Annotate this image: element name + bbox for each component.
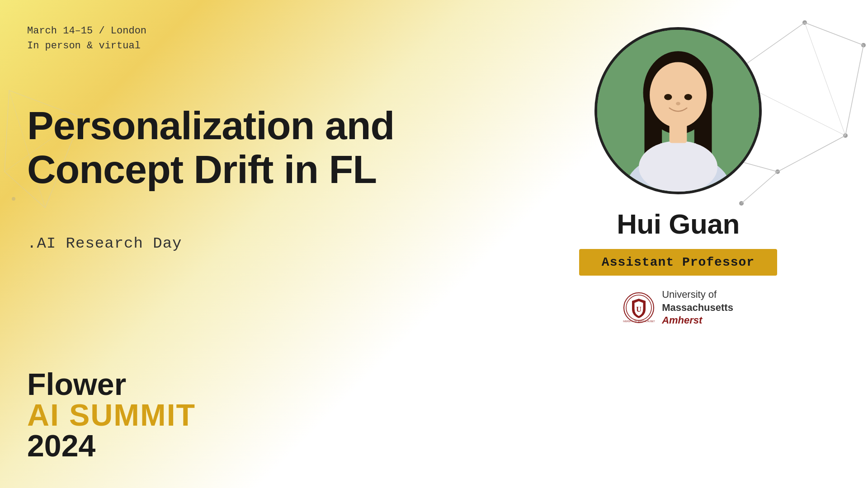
page-background: March 14–15 / London In person & virtual… [0, 0, 868, 488]
brand-name: Flower [27, 369, 196, 399]
university-name-line1: University of Massachusetts Amherst [662, 289, 733, 326]
svg-text:U: U [636, 305, 642, 313]
svg-text:UNIVERSITY OF MASSACHUSETTS: UNIVERSITY OF MASSACHUSETTS [623, 320, 655, 323]
branding-block: Flower AI SUMMIT 2024 [27, 369, 196, 461]
svg-rect-30 [670, 121, 687, 143]
brand-year: 2024 [27, 430, 196, 461]
talk-subtitle: .AI Research Day [27, 235, 182, 252]
photo-placeholder [597, 30, 759, 192]
university-location: Amherst [662, 314, 702, 326]
brand-summit: AI SUMMIT [27, 399, 196, 430]
speaker-title-text: Assistant Professor [602, 255, 755, 269]
event-format: In person & virtual [27, 38, 146, 53]
speaker-panel: Hui Guan Assistant Professor U UNIVERSIT… [542, 27, 814, 327]
talk-title-block: Personalization and Concept Drift in FL [27, 104, 398, 192]
svg-line-9 [845, 45, 863, 136]
svg-point-19 [12, 197, 15, 201]
svg-point-24 [650, 62, 707, 127]
speaker-name: Hui Guan [617, 208, 740, 240]
svg-point-25 [664, 94, 672, 100]
speaker-photo [594, 27, 762, 194]
talk-title: Personalization and Concept Drift in FL [27, 104, 398, 192]
speaker-title-badge: Assistant Professor [579, 249, 777, 276]
event-date-location: March 14–15 / London [27, 23, 146, 38]
university-name: University of Massachusetts Amherst [662, 288, 733, 327]
university-logo: U UNIVERSITY OF MASSACHUSETTS [623, 292, 655, 324]
svg-point-26 [684, 94, 692, 100]
event-info: March 14–15 / London In person & virtual [27, 23, 146, 53]
svg-point-27 [676, 102, 680, 105]
university-block: U UNIVERSITY OF MASSACHUSETTS University… [623, 288, 733, 327]
